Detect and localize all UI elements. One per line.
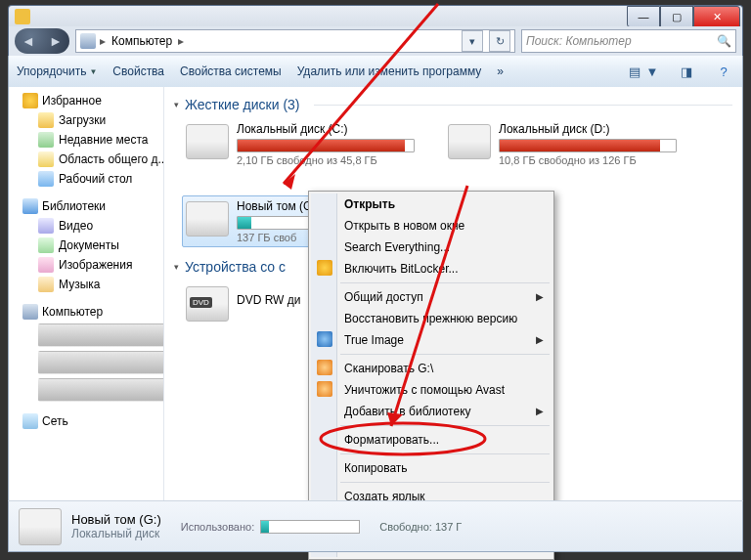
preview-pane-button[interactable]: ◨ (676, 61, 697, 82)
ctx-avast-shred[interactable]: Уничтожить с помощью Avast (311, 379, 552, 401)
separator (340, 453, 550, 454)
dvd-drive-icon (186, 286, 229, 322)
toolbar-organize[interactable]: Упорядочить ▼ (17, 65, 97, 78)
nav-label: Область общего д... (59, 152, 163, 166)
ctx-add-to-library[interactable]: Добавить в библиотеку▶ (311, 401, 552, 422)
submenu-arrow-icon: ▶ (536, 406, 544, 416)
nav-network-header[interactable]: Сеть (9, 411, 163, 431)
ctx-open-new-window[interactable]: Открыть в новом окне (311, 215, 552, 237)
ctx-format[interactable]: Форматировать... (311, 429, 552, 451)
collapse-icon: ▾ (174, 262, 179, 272)
ctx-label: Уничтожить с помощью Avast (344, 383, 505, 397)
section-label: Жесткие диски (3) (185, 97, 300, 112)
status-title: Новый том (G:) (71, 512, 161, 527)
pictures-icon (38, 257, 54, 273)
chevron-down-icon: ▼ (645, 61, 659, 82)
nav-drive-g[interactable]: Новый том (G:) (9, 376, 163, 404)
toolbar-organize-label: Упорядочить (17, 65, 86, 78)
submenu-arrow-icon: ▶ (536, 334, 544, 345)
toolbar-view-button[interactable]: ▤ ▼ (623, 60, 660, 83)
ctx-true-image[interactable]: True Image▶ (311, 329, 552, 351)
status-subtitle: Локальный диск (71, 527, 161, 540)
toolbar: Упорядочить ▼ Свойства Свойства системы … (8, 56, 743, 88)
nav-desktop[interactable]: Рабочий стол (9, 169, 163, 189)
ctx-label: True Image (344, 333, 404, 347)
titlebar: — ▢ ✕ (8, 5, 743, 27)
nav-favorites-header[interactable]: Избранное (9, 91, 163, 110)
nav-label: Сеть (42, 414, 68, 428)
toolbar-system-properties[interactable]: Свойства системы (180, 65, 282, 78)
search-box[interactable]: Поиск: Компьютер 🔍 (521, 29, 736, 53)
close-button[interactable]: ✕ (693, 6, 740, 27)
capacity-bar (499, 139, 677, 152)
toolbar-uninstall[interactable]: Удалить или изменить программу (297, 65, 482, 78)
toolbar-overflow[interactable]: » (497, 65, 504, 78)
ctx-copy[interactable]: Копировать (311, 457, 552, 479)
maximize-button[interactable]: ▢ (660, 6, 693, 27)
ctx-open[interactable]: Открыть (311, 194, 552, 215)
nav-videos[interactable]: Видео (9, 216, 163, 236)
nav-favorites-label: Избранное (42, 94, 102, 108)
nav-label: Компьютер (42, 305, 103, 319)
library-icon (22, 198, 38, 214)
ctx-bitlocker[interactable]: Включить BitLocker... (311, 258, 552, 280)
ctx-restore-previous[interactable]: Восстановить прежнюю версию (311, 308, 552, 329)
nav-label: Загрузки (59, 113, 106, 127)
section-label: Устройства со с (185, 259, 286, 275)
ctx-label: Сканировать G:\ (344, 362, 433, 375)
section-hard-drives[interactable]: ▾ Жесткие диски (3) (174, 97, 732, 112)
refresh-button[interactable]: ↻ (489, 30, 510, 52)
status-used-label: Использовано: (181, 521, 255, 533)
capacity-bar (237, 139, 415, 152)
collapse-icon: ▾ (174, 100, 179, 109)
nav-pictures[interactable]: Изображения (9, 255, 163, 275)
nav-music[interactable]: Музыка (9, 275, 163, 294)
address-bar[interactable]: ▸ Компьютер ▸ ▾ ↻ (75, 29, 515, 53)
nav-label: Недавние места (59, 133, 148, 147)
nav-label: Видео (59, 219, 93, 233)
drive-icon (186, 124, 229, 159)
drive-freespace: 2,10 ГБ свободно из 45,8 ГБ (237, 154, 415, 166)
nav-label: Рабочий стол (59, 172, 132, 186)
ctx-scan[interactable]: Сканировать G:\ (311, 358, 552, 379)
help-button[interactable]: ? (713, 61, 734, 82)
separator (340, 354, 550, 355)
drive-icon (38, 323, 163, 347)
toolbar-properties[interactable]: Свойства (112, 65, 164, 78)
search-placeholder: Поиск: Компьютер (526, 34, 632, 48)
nav-libraries-header[interactable]: Библиотеки (9, 196, 163, 216)
breadcrumb-computer[interactable]: Компьютер (110, 33, 174, 49)
drive-icon (448, 124, 491, 159)
nav-recent[interactable]: Недавние места (9, 130, 163, 150)
breadcrumb-chevron[interactable]: ▸ (100, 34, 106, 48)
drive-c[interactable]: Локальный диск (C:) 2,10 ГБ свободно из … (182, 118, 419, 170)
forward-icon[interactable]: ► (49, 33, 63, 49)
share-icon (38, 151, 54, 167)
drive-icon (38, 351, 163, 374)
nav-drive-c[interactable]: Локальный диск (... (9, 322, 163, 349)
search-icon[interactable]: 🔍 (717, 34, 731, 48)
breadcrumb-chevron[interactable]: ▸ (178, 34, 184, 48)
avast-scan-icon (317, 360, 332, 375)
nav-back-forward[interactable]: ◄ ► (15, 28, 69, 54)
computer-icon (80, 33, 96, 49)
back-icon[interactable]: ◄ (22, 33, 35, 49)
computer-icon (22, 304, 38, 320)
ctx-share[interactable]: Общий доступ▶ (311, 286, 552, 308)
nav-documents[interactable]: Документы (9, 236, 163, 255)
nav-label: Документы (59, 238, 119, 252)
true-image-icon (317, 331, 332, 347)
address-dropdown-button[interactable]: ▾ (462, 30, 483, 52)
ctx-search-everything[interactable]: Search Everything... (311, 237, 552, 258)
window-controls: — ▢ ✕ (627, 6, 740, 27)
minimize-button[interactable]: — (627, 6, 660, 27)
nav-drive-d[interactable]: Локальный диск (... (9, 349, 163, 376)
ctx-label: Включить BitLocker... (344, 262, 459, 276)
nav-downloads[interactable]: Загрузки (9, 110, 163, 130)
nav-shared[interactable]: Область общего д... (9, 150, 163, 169)
separator (340, 425, 550, 426)
drive-d[interactable]: Локальный диск (D:) 10,8 ГБ свободно из … (444, 118, 681, 170)
nav-computer-header[interactable]: Компьютер (11, 302, 161, 322)
recent-icon (38, 132, 54, 148)
folder-icon (38, 112, 54, 128)
